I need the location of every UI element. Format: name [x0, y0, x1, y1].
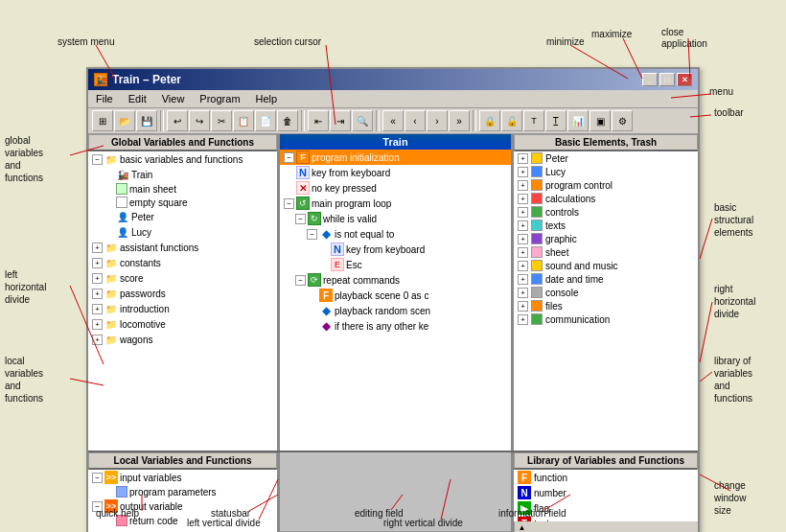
rp-prog-control[interactable]: + program control [514, 178, 698, 192]
tb-text[interactable]: T [523, 110, 544, 131]
center-esc[interactable]: + E Esc [280, 257, 511, 272]
expand-prog-ctrl[interactable]: + [518, 180, 528, 191]
tree-locomotive[interactable]: + 📁 locomotive [88, 316, 277, 332]
rp-files[interactable]: + files [514, 299, 698, 312]
center-key-kb2[interactable]: + N key from keyboard [280, 242, 511, 257]
center-playback-random[interactable]: + ◆ playback random scen [280, 303, 511, 318]
expand-basic-vars[interactable]: − [92, 154, 103, 165]
menu-file[interactable]: File [92, 92, 117, 105]
expand-introduction[interactable]: + [92, 304, 103, 314]
close-button[interactable]: ✕ [677, 73, 692, 86]
rp-console[interactable]: + console [514, 286, 698, 299]
tb-unlock[interactable]: 🔓 [501, 110, 522, 131]
expand-files[interactable]: + [518, 301, 528, 312]
app-icon[interactable]: 🚂 [94, 73, 107, 86]
minimize-button[interactable]: _ [642, 73, 658, 86]
tb-undo[interactable]: ↩ [167, 110, 188, 131]
tb-paste[interactable]: 📄 [255, 110, 276, 131]
expand-graphic[interactable]: + [518, 234, 528, 244]
expand-not-equal[interactable]: − [307, 229, 317, 240]
tree-input-vars[interactable]: − >> input variables [88, 470, 277, 485]
expand-sound[interactable]: + [518, 261, 528, 271]
tb-cut[interactable]: ✂ [211, 110, 232, 131]
global-variables-tree[interactable]: − 📁 basic variables and functions + 🚂 Tr… [88, 151, 277, 451]
center-key-keyboard[interactable]: + N key from keyboard [280, 165, 511, 180]
tb-prev-prev[interactable]: « [382, 110, 404, 131]
tree-constants[interactable]: + 📁 constants [88, 255, 277, 270]
expand-score[interactable]: + [92, 273, 103, 284]
center-playback-scene[interactable]: + F playback scene 0 as c [280, 288, 511, 303]
expand-locomotive[interactable]: + [92, 319, 103, 330]
rp-controls[interactable]: + controls [514, 205, 698, 219]
tb-outdent[interactable]: ⇥ [330, 110, 351, 131]
lib-number[interactable]: N number [514, 485, 698, 500]
expand-constants[interactable]: + [92, 258, 103, 268]
tree-assistant[interactable]: + 📁 assistant functions [88, 240, 277, 255]
tree-main-sheet[interactable]: + main sheet [88, 182, 277, 196]
expand-repeat[interactable]: − [295, 275, 306, 286]
tree-basic-vars[interactable]: − 📁 basic variables and functions [88, 151, 277, 167]
rp-date[interactable]: + date and time [514, 272, 698, 286]
tree-introduction[interactable]: + 📁 introduction [88, 301, 277, 316]
expand-calc[interactable]: + [518, 194, 528, 204]
expand-prog-init[interactable]: − [284, 152, 294, 163]
center-while-valid[interactable]: − ↻ while is valid [280, 211, 511, 226]
expand-comm[interactable]: + [518, 314, 528, 325]
expand-date[interactable]: + [518, 274, 528, 285]
tree-score[interactable]: + 📁 score [88, 270, 277, 286]
tree-prog-params[interactable]: + program parameters [88, 485, 277, 498]
maximize-button[interactable]: □ [659, 73, 675, 86]
tb-redo[interactable]: ↪ [189, 110, 210, 131]
tb-grid[interactable]: ▣ [590, 110, 611, 131]
tb-text2[interactable]: T̲ [545, 110, 566, 131]
rp-graphic[interactable]: + graphic [514, 232, 698, 245]
expand-while[interactable]: − [295, 214, 306, 224]
tb-new[interactable]: ⊞ [92, 110, 113, 131]
center-tree[interactable]: − F program initialization + N key from … [280, 150, 511, 451]
tb-prev[interactable]: ‹ [405, 110, 426, 131]
tree-lucy[interactable]: + 👤 Lucy [88, 224, 277, 240]
expand-main-loop[interactable]: − [284, 198, 294, 209]
tb-chart[interactable]: 📊 [567, 110, 589, 131]
tb-open[interactable]: 📂 [114, 110, 135, 131]
rp-calculations[interactable]: + calculations [514, 192, 698, 205]
menu-program[interactable]: Program [196, 92, 243, 105]
tb-indent[interactable]: ⇤ [308, 110, 329, 131]
tb-settings[interactable]: ⚙ [612, 110, 633, 131]
center-if-other-key[interactable]: + ◆ if there is any other ke [280, 318, 511, 334]
tree-empty-square[interactable]: + empty square [88, 196, 277, 209]
expand-rp-lucy[interactable]: + [518, 167, 528, 177]
expand-console[interactable]: + [518, 288, 528, 298]
tb-save[interactable]: 💾 [136, 110, 157, 131]
tb-next[interactable]: › [427, 110, 448, 131]
expand-sheet[interactable]: + [518, 247, 528, 258]
menu-edit[interactable]: Edit [125, 92, 150, 105]
expand-texts[interactable]: + [518, 220, 528, 231]
lib-scroll-up[interactable]: ▲ [515, 521, 529, 532]
center-no-key[interactable]: + ✕ no key pressed [280, 180, 511, 196]
tree-train[interactable]: + 🚂 Train [88, 167, 277, 182]
rp-comm[interactable]: + communication [514, 312, 698, 326]
center-not-equal[interactable]: − ◆ is not equal to [280, 226, 511, 242]
rp-peter[interactable]: + Peter [514, 151, 698, 165]
tree-peter[interactable]: + 👤 Peter [88, 209, 277, 224]
menu-help[interactable]: Help [252, 92, 282, 105]
rp-sheet[interactable]: + sheet [514, 245, 698, 259]
tb-delete[interactable]: 🗑 [277, 110, 298, 131]
tb-search[interactable]: 🔍 [352, 110, 373, 131]
expand-controls[interactable]: + [518, 207, 528, 218]
lib-function[interactable]: F function [514, 470, 698, 485]
expand-assistant[interactable]: + [92, 243, 103, 253]
rp-texts[interactable]: + texts [514, 219, 698, 232]
lib-scrollbar[interactable]: ▲ ▼ [514, 521, 529, 532]
tree-passwords[interactable]: + 📁 passwords [88, 286, 277, 301]
tb-next-next[interactable]: » [449, 110, 470, 131]
expand-rp-peter[interactable]: + [518, 153, 528, 164]
expand-wagons[interactable]: + [92, 335, 103, 345]
rp-lucy[interactable]: + Lucy [514, 165, 698, 178]
center-program-init[interactable]: − F program initialization [280, 150, 511, 165]
center-main-loop[interactable]: − ↺ main program loop [280, 196, 511, 211]
tb-lock[interactable]: 🔒 [479, 110, 500, 131]
center-repeat[interactable]: − ⟳ repeat commands [280, 272, 511, 288]
tb-copy[interactable]: 📋 [233, 110, 254, 131]
